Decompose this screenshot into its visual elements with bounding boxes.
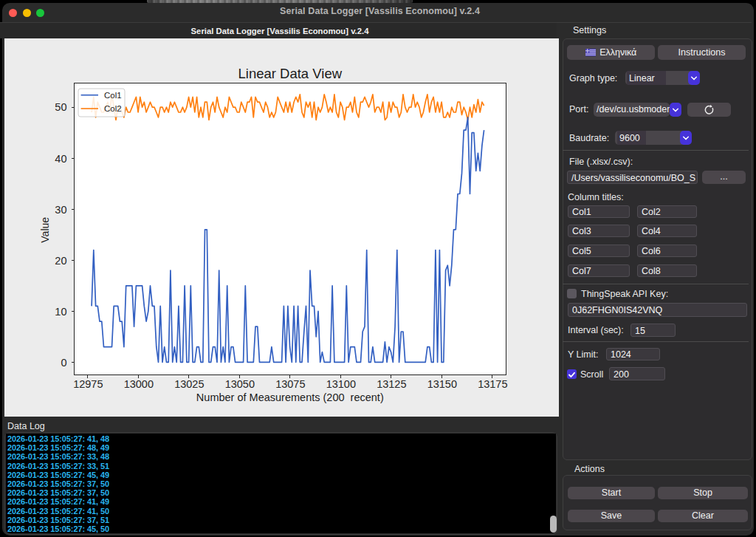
svg-text:13025: 13025 xyxy=(174,378,204,390)
svg-text:13000: 13000 xyxy=(124,378,154,390)
svg-text:13050: 13050 xyxy=(225,378,255,390)
svg-text:Linear Data View: Linear Data View xyxy=(238,66,343,81)
svg-text:12975: 12975 xyxy=(73,378,103,390)
svg-text:Col2: Col2 xyxy=(104,104,122,113)
svg-text:30: 30 xyxy=(55,204,66,216)
svg-text:13125: 13125 xyxy=(377,378,406,390)
svg-text:13175: 13175 xyxy=(478,378,507,390)
svg-text:13150: 13150 xyxy=(427,378,457,390)
svg-text:13100: 13100 xyxy=(326,378,356,390)
svg-text:50: 50 xyxy=(55,101,66,113)
svg-text:Number of Measurements (200 r: Number of Measurements (200 recent) xyxy=(196,391,384,403)
svg-text:10: 10 xyxy=(55,306,66,318)
svg-text:20: 20 xyxy=(55,255,66,267)
svg-text:0: 0 xyxy=(61,357,66,369)
svg-text:Value: Value xyxy=(39,217,51,243)
svg-text:13075: 13075 xyxy=(275,378,305,390)
svg-text:Col1: Col1 xyxy=(104,91,122,100)
svg-text:40: 40 xyxy=(55,153,66,165)
